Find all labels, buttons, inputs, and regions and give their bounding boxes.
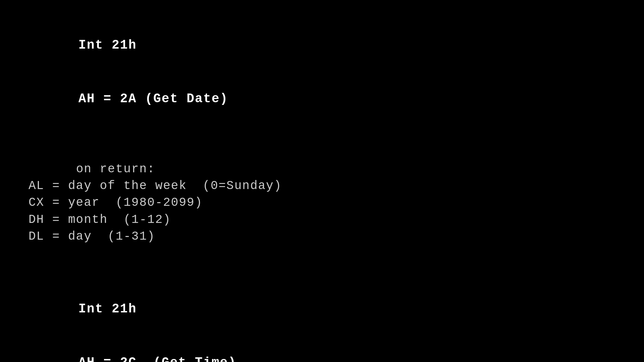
main-content: Int 21h AH = 2A (Get Date) on return: AL… bbox=[0, 0, 644, 362]
get-date-section: Int 21h AH = 2A (Get Date) on return: AL… bbox=[29, 18, 615, 262]
get-time-heading: Int 21h AH = 2C (Get Time) bbox=[29, 282, 615, 362]
get-date-heading-line1: Int 21h bbox=[78, 38, 137, 52]
get-date-heading-line2: AH = 2A (Get Date) bbox=[78, 92, 228, 106]
get-time-section: Int 21h AH = 2C (Get Time) on return: CH… bbox=[29, 282, 615, 362]
get-time-heading-line1: Int 21h bbox=[78, 302, 137, 316]
get-time-heading-line2: AH = 2C (Get Time) bbox=[78, 355, 236, 362]
get-date-heading: Int 21h AH = 2A (Get Date) bbox=[29, 18, 615, 125]
get-date-body: on return: AL = day of the week (0=Sunda… bbox=[29, 144, 615, 262]
get-date-return-label: on return: AL = day of the week (0=Sunda… bbox=[29, 162, 282, 244]
